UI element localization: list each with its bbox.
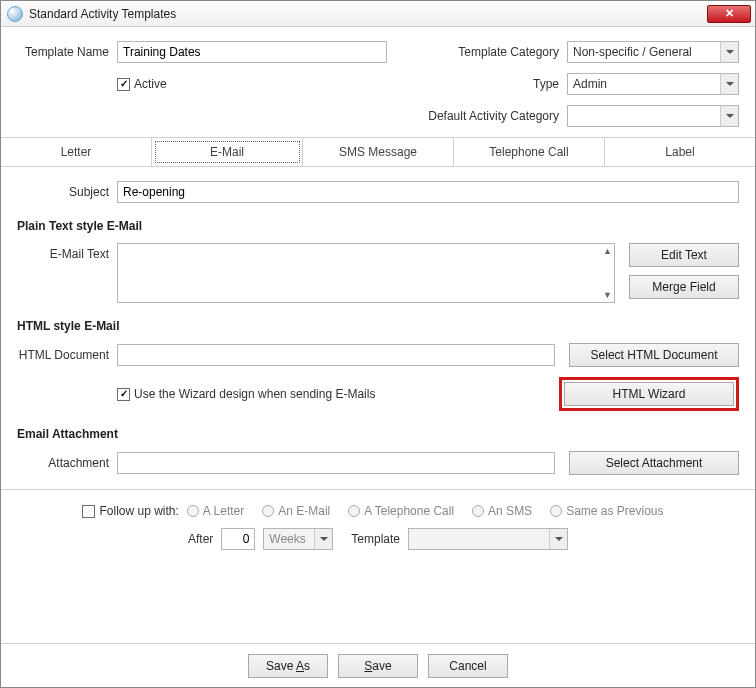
label-subject: Subject bbox=[17, 185, 117, 199]
section-attachment: Email Attachment bbox=[17, 427, 739, 441]
input-subject[interactable] bbox=[117, 181, 739, 203]
textarea-email-text[interactable]: ▲ ▼ bbox=[117, 243, 615, 303]
select-type[interactable]: Admin bbox=[567, 73, 739, 95]
label-default-activity: Default Activity Category bbox=[417, 109, 567, 123]
window-title: Standard Activity Templates bbox=[29, 7, 707, 21]
radio-dot-icon bbox=[348, 505, 360, 517]
checkbox-use-wizard[interactable]: Use the Wizard design when sending E-Mai… bbox=[117, 387, 559, 401]
label-attachment: Attachment bbox=[17, 456, 117, 470]
checkbox-active[interactable]: Active bbox=[117, 77, 167, 91]
row-template-name: Template Name Template Category Non-spec… bbox=[17, 41, 739, 63]
select-template-category-value: Non-specific / General bbox=[573, 45, 692, 59]
checkbox-followup[interactable]: Follow up with: bbox=[82, 504, 178, 518]
button-merge-field[interactable]: Merge Field bbox=[629, 275, 739, 299]
radio-sms[interactable]: An SMS bbox=[472, 504, 532, 518]
close-button[interactable]: ✕ bbox=[707, 5, 751, 23]
radio-dot-icon bbox=[550, 505, 562, 517]
checkbox-active-box bbox=[117, 78, 130, 91]
label-template-name: Template Name bbox=[17, 45, 117, 59]
checkbox-use-wizard-box bbox=[117, 388, 130, 401]
checkbox-use-wizard-label: Use the Wizard design when sending E-Mai… bbox=[134, 387, 375, 401]
row-attachment: Attachment Select Attachment bbox=[17, 451, 739, 475]
radio-telephone[interactable]: A Telephone Call bbox=[348, 504, 454, 518]
row-use-wizard: Use the Wizard design when sending E-Mai… bbox=[17, 377, 739, 411]
tabs: Letter E-Mail SMS Message Telephone Call… bbox=[1, 137, 755, 167]
footer: Save As Save Cancel bbox=[1, 643, 755, 687]
row-default-activity: Default Activity Category bbox=[17, 105, 739, 127]
input-template-name[interactable] bbox=[117, 41, 387, 63]
row-subject: Subject bbox=[17, 181, 739, 203]
scroll-up-icon[interactable]: ▲ bbox=[603, 246, 612, 256]
tab-letter[interactable]: Letter bbox=[1, 138, 152, 166]
scroll-down-icon[interactable]: ▼ bbox=[603, 290, 612, 300]
radio-same[interactable]: Same as Previous bbox=[550, 504, 663, 518]
row-email-text: E-Mail Text ▲ ▼ Edit Text Merge Field bbox=[17, 243, 739, 303]
button-save[interactable]: Save bbox=[338, 654, 418, 678]
radio-dot-icon bbox=[262, 505, 274, 517]
label-template-category: Template Category bbox=[417, 45, 567, 59]
chevron-down-icon bbox=[314, 529, 332, 549]
tab-telephone[interactable]: Telephone Call bbox=[454, 138, 605, 166]
chevron-down-icon bbox=[720, 106, 738, 126]
titlebar: Standard Activity Templates ✕ bbox=[1, 1, 755, 27]
select-after-unit-value: Weeks bbox=[269, 532, 305, 546]
section-plain-text: Plain Text style E-Mail bbox=[17, 219, 739, 233]
button-edit-text[interactable]: Edit Text bbox=[629, 243, 739, 267]
select-followup-template[interactable] bbox=[408, 528, 568, 550]
app-icon bbox=[7, 6, 23, 22]
section-html: HTML style E-Mail bbox=[17, 319, 739, 333]
select-after-unit[interactable]: Weeks bbox=[263, 528, 333, 550]
tab-email[interactable]: E-Mail bbox=[152, 138, 303, 166]
label-after: After bbox=[188, 532, 213, 546]
radio-email[interactable]: An E-Mail bbox=[262, 504, 330, 518]
button-save-as[interactable]: Save As bbox=[248, 654, 328, 678]
row-html-document: HTML Document Select HTML Document bbox=[17, 343, 739, 367]
radio-dot-icon bbox=[472, 505, 484, 517]
checkbox-active-label: Active bbox=[134, 77, 167, 91]
radio-letter[interactable]: A Letter bbox=[187, 504, 244, 518]
label-type: Type bbox=[417, 77, 567, 91]
chevron-down-icon bbox=[720, 74, 738, 94]
content-area: Template Name Template Category Non-spec… bbox=[1, 27, 755, 560]
select-type-value: Admin bbox=[573, 77, 607, 91]
chevron-down-icon bbox=[720, 42, 738, 62]
dialog-window: Standard Activity Templates ✕ Template N… bbox=[0, 0, 756, 688]
row-active-type: Active Type Admin bbox=[17, 73, 739, 95]
input-after-value[interactable] bbox=[221, 528, 255, 550]
button-html-wizard[interactable]: HTML Wizard bbox=[564, 382, 734, 406]
followup-section: Follow up with: A Letter An E-Mail A Tel… bbox=[1, 489, 755, 550]
label-followup-template: Template bbox=[351, 532, 400, 546]
input-attachment[interactable] bbox=[117, 452, 555, 474]
button-select-attachment[interactable]: Select Attachment bbox=[569, 451, 739, 475]
close-icon: ✕ bbox=[725, 7, 734, 20]
button-select-html[interactable]: Select HTML Document bbox=[569, 343, 739, 367]
button-cancel[interactable]: Cancel bbox=[428, 654, 508, 678]
input-html-document[interactable] bbox=[117, 344, 555, 366]
select-template-category[interactable]: Non-specific / General bbox=[567, 41, 739, 63]
tab-label[interactable]: Label bbox=[605, 138, 755, 166]
highlight-html-wizard: HTML Wizard bbox=[559, 377, 739, 411]
select-default-activity[interactable] bbox=[567, 105, 739, 127]
chevron-down-icon bbox=[549, 529, 567, 549]
label-email-text: E-Mail Text bbox=[17, 247, 117, 261]
tab-sms[interactable]: SMS Message bbox=[303, 138, 454, 166]
checkbox-followup-box bbox=[82, 505, 95, 518]
label-html-document: HTML Document bbox=[17, 348, 117, 362]
checkbox-followup-label: Follow up with: bbox=[99, 504, 178, 518]
radio-dot-icon bbox=[187, 505, 199, 517]
